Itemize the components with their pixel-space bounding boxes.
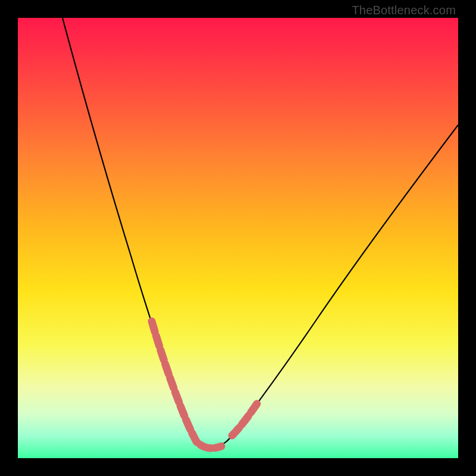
chart-frame: TheBottleneck.com [0,0,476,476]
highlight-left [152,321,221,448]
plot-area [18,18,458,458]
curve-layer [18,18,458,458]
highlight-right [232,401,259,436]
bottleneck-curve [62,18,458,449]
watermark-text: TheBottleneck.com [352,4,456,17]
